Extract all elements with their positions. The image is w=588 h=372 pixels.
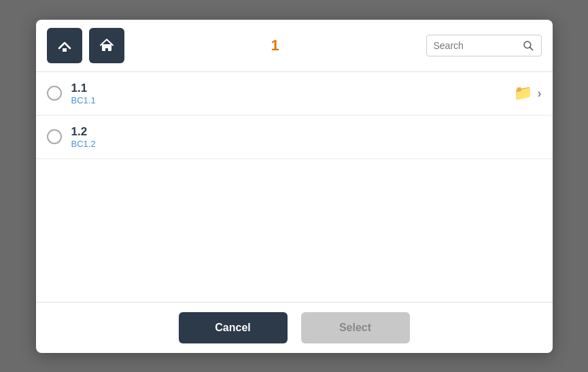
modal-footer: Cancel Select <box>36 302 553 353</box>
search-icon <box>522 39 534 52</box>
modal-body: 1.1 BC1.1 📁 › 1.2 BC1.2 <box>36 72 553 302</box>
svg-line-2 <box>530 47 532 50</box>
radio-1-2[interactable] <box>47 129 62 144</box>
overlay: 1 1.1 BC1.1 📁 › <box>0 0 588 372</box>
chevron-right-icon-1-1[interactable]: › <box>538 86 542 101</box>
item-main-1-2: 1.2 <box>71 125 542 139</box>
item-main-1-1: 1.1 <box>71 82 514 95</box>
list-item[interactable]: 1.2 BC1.2 <box>36 116 553 159</box>
cancel-button[interactable]: Cancel <box>179 312 288 343</box>
home-button[interactable] <box>89 28 124 63</box>
item-labels-1-1: 1.1 BC1.1 <box>71 82 514 105</box>
home-icon <box>99 37 115 54</box>
search-box[interactable] <box>426 35 542 56</box>
svg-rect-0 <box>63 48 67 52</box>
select-button[interactable]: Select <box>301 312 410 343</box>
search-input[interactable] <box>434 40 518 51</box>
item-sub-1-1: BC1.1 <box>71 95 514 105</box>
modal-dialog: 1 1.1 BC1.1 📁 › <box>36 20 553 353</box>
item-labels-1-2: 1.2 BC1.2 <box>71 125 542 149</box>
up-button[interactable] <box>47 28 82 63</box>
breadcrumb-number: 1 <box>131 37 419 54</box>
item-actions-1-1: 📁 › <box>514 84 542 102</box>
item-sub-1-2: BC1.2 <box>71 139 542 149</box>
radio-1-1[interactable] <box>47 86 62 101</box>
modal-header: 1 <box>36 20 553 72</box>
folder-icon-1-1: 📁 <box>514 84 532 102</box>
up-icon <box>56 37 73 54</box>
list-item[interactable]: 1.1 BC1.1 📁 › <box>36 72 553 116</box>
